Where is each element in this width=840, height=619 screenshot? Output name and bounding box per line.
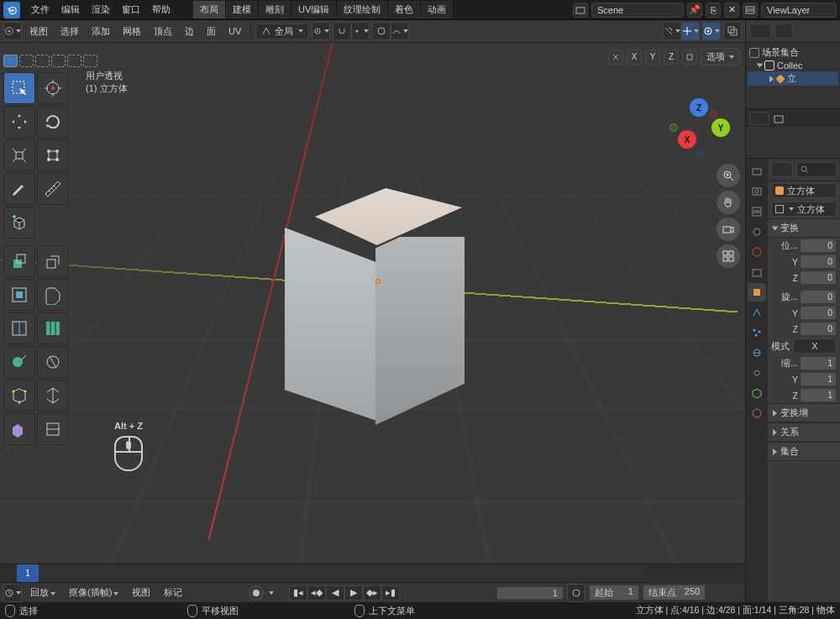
outliner-scene-collection[interactable]: 场景集合	[748, 45, 838, 60]
tab-particles[interactable]	[748, 323, 766, 342]
snap-type[interactable]	[351, 22, 370, 40]
outliner-collection[interactable]: Collec	[748, 60, 838, 71]
hdr-view[interactable]: 视图	[24, 24, 53, 39]
blender-logo-icon[interactable]	[3, 2, 20, 18]
propedit-toggle[interactable]	[372, 22, 391, 40]
tool-bevel[interactable]	[37, 279, 69, 311]
show-selectable-icon[interactable]	[663, 22, 681, 40]
rot-z-field[interactable]: 0	[800, 322, 837, 336]
select-mode-6[interactable]	[83, 55, 97, 67]
tool-move[interactable]	[3, 106, 35, 138]
tool-transform[interactable]	[37, 139, 69, 171]
tab-texpaint[interactable]: 纹理绘制	[337, 1, 388, 18]
nav-gizmo[interactable]: Z Y X	[671, 100, 727, 155]
snap-toggle[interactable]	[333, 22, 351, 40]
tab-anim[interactable]: 动画	[421, 1, 454, 18]
delta-panel-header[interactable]: 变换增	[768, 403, 840, 422]
tl-playback[interactable]: 回放	[25, 585, 60, 601]
tab-world[interactable]	[748, 243, 766, 261]
tab-modeling[interactable]: 建模	[226, 1, 259, 18]
tab-render[interactable]	[748, 162, 766, 181]
scale-y-field[interactable]: 1	[800, 372, 837, 386]
gizmo-neg-x[interactable]	[710, 110, 718, 118]
select-mode-4[interactable]	[51, 55, 66, 67]
tab-constraints[interactable]	[748, 364, 766, 382]
hdr-vertex[interactable]: 顶点	[149, 24, 177, 39]
tab-scene[interactable]	[748, 223, 766, 241]
tab-sculpt[interactable]: 雕刻	[259, 1, 291, 18]
propedit-falloff[interactable]	[391, 22, 409, 40]
viewlayer-browse-icon[interactable]	[743, 3, 758, 18]
tool-measure[interactable]	[37, 173, 69, 205]
relations-panel-header[interactable]: 关系	[768, 422, 840, 442]
playhead[interactable]: 1	[17, 564, 39, 582]
menu-file[interactable]: 文件	[25, 3, 55, 16]
tab-layout[interactable]: 布局	[193, 1, 226, 18]
tab-modifiers[interactable]	[748, 303, 766, 322]
options-dropdown[interactable]: 选项	[701, 48, 740, 66]
prop-search[interactable]	[796, 162, 837, 177]
gizmo-x[interactable]: X	[678, 130, 696, 149]
gizmo-y[interactable]: Y	[711, 118, 730, 137]
viewlayer-field[interactable]: ViewLayer	[761, 3, 837, 18]
tool-scale[interactable]	[3, 139, 35, 171]
hdr-select[interactable]: 选择	[55, 24, 84, 39]
axis-x-button[interactable]: X	[627, 50, 642, 65]
start-frame-field[interactable]: 起始1	[589, 585, 639, 601]
pan-icon[interactable]	[717, 191, 740, 214]
pivot-dropdown[interactable]	[312, 22, 330, 40]
outliner-tree[interactable]: 场景集合 Collec 立	[746, 43, 840, 88]
hdr-add[interactable]: 添加	[87, 24, 115, 39]
automerge-icon[interactable]	[682, 50, 697, 65]
zoom-icon[interactable]	[717, 164, 740, 187]
prev-key-icon[interactable]: ◂◆	[307, 585, 326, 601]
disclosure-icon[interactable]	[757, 64, 764, 68]
mesh-data-pill[interactable]: 立方体	[771, 202, 837, 217]
menu-help[interactable]: 帮助	[146, 3, 176, 16]
select-mode-1[interactable]	[3, 55, 18, 67]
tab-uv[interactable]: UV编辑	[291, 1, 337, 18]
menu-window[interactable]: 窗口	[116, 3, 146, 16]
new-collection-icon[interactable]	[773, 113, 785, 124]
hdr-edge[interactable]: 边	[180, 24, 199, 39]
transform-panel-header[interactable]: 变换	[768, 218, 840, 238]
tool-loopcut[interactable]	[3, 312, 35, 344]
tab-shading[interactable]: 着色	[388, 1, 421, 18]
tool-inset[interactable]	[3, 279, 35, 311]
tab-collection-tab[interactable]	[748, 263, 766, 281]
hdr-face[interactable]: 面	[202, 24, 221, 39]
tool-edge-slide[interactable]	[37, 413, 69, 445]
jump-start-icon[interactable]: ▮◂	[289, 585, 307, 601]
tool-extrude-region[interactable]	[3, 245, 35, 277]
timeline-editor-icon[interactable]	[3, 584, 22, 602]
autokey-options[interactable]	[269, 591, 274, 595]
xray-toggle[interactable]	[723, 22, 742, 40]
autokey-toggle[interactable]	[249, 585, 264, 601]
select-mode-2[interactable]	[19, 55, 34, 67]
select-mode-3[interactable]	[35, 55, 50, 67]
current-frame-field[interactable]: 1	[496, 586, 564, 600]
scene-delete-icon[interactable]: ✕	[724, 3, 739, 18]
tool-bisect[interactable]	[37, 346, 69, 378]
scale-x-field[interactable]: 1	[800, 356, 837, 370]
tool-cursor[interactable]	[37, 72, 69, 104]
outliner-object-cube[interactable]: 立	[748, 71, 838, 86]
preview-range-icon[interactable]	[567, 584, 585, 602]
scene-new-icon[interactable]: ⎘	[706, 3, 721, 18]
mirror-icon[interactable]	[608, 50, 623, 65]
tool-smooth[interactable]	[3, 413, 35, 445]
play-rev-icon[interactable]: ◀	[326, 585, 344, 601]
tl-keying[interactable]: 抠像(插帧)	[64, 585, 123, 601]
tool-spin[interactable]	[37, 380, 69, 412]
axis-z-button[interactable]: Z	[664, 50, 679, 65]
scene-browse-icon[interactable]	[573, 3, 588, 18]
scene-name-field[interactable]: Scene	[591, 3, 684, 18]
tool-annotate[interactable]	[3, 173, 35, 205]
tab-mesh-data[interactable]	[748, 384, 766, 402]
tool-add-cube[interactable]	[3, 207, 35, 239]
3d-viewport[interactable]: X Y Z 选项	[0, 43, 745, 582]
menu-render[interactable]: 渲染	[86, 3, 116, 16]
cube-mesh[interactable]	[285, 188, 464, 432]
gizmo-neg-z[interactable]	[696, 149, 705, 157]
rot-mode-dropdown[interactable]: X	[793, 338, 837, 354]
